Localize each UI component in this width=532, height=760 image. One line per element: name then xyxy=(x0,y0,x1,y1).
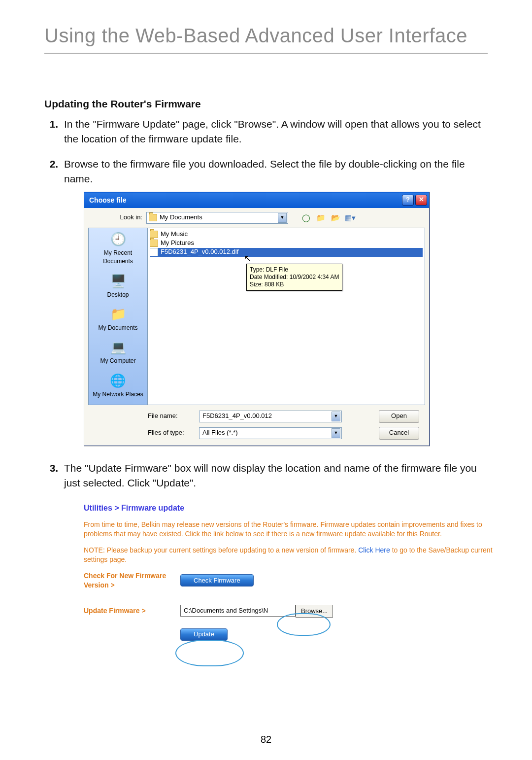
list-item[interactable]: My Pictures xyxy=(150,239,423,248)
chevron-down-icon[interactable]: ▼ xyxy=(332,428,340,438)
click-here-link[interactable]: Click Here xyxy=(358,546,390,554)
cancel-button[interactable]: Cancel xyxy=(379,427,419,440)
folder-icon xyxy=(150,231,158,238)
breadcrumb: Utilities > Firmware update xyxy=(84,503,493,514)
look-in-value: My Documents xyxy=(160,213,202,222)
dialog-title: Choose file xyxy=(89,195,126,205)
cursor-icon: ↖ xyxy=(244,252,251,265)
file-name: My Pictures xyxy=(161,239,194,248)
check-firmware-label: Check For New Firmware Version > xyxy=(84,571,172,590)
places-sidebar: 🕘 My Recent Documents 🖥️ Desktop 📁 My Do… xyxy=(88,228,147,405)
mycomp-icon: 💻 xyxy=(108,339,128,356)
mydocs-icon: 📁 xyxy=(108,306,128,323)
desktop-icon: 🖥️ xyxy=(108,273,128,290)
section-heading: Updating the Router's Firmware xyxy=(44,98,488,110)
note-prefix: NOTE: Please backup your current setting… xyxy=(84,546,358,554)
look-in-label: Look in: xyxy=(88,213,142,222)
up-icon[interactable]: 📁 xyxy=(316,213,326,223)
list-item-selected[interactable]: F5D6231_4P_v0.00.012.dlf xyxy=(150,248,423,257)
note-text: NOTE: Please backup your current setting… xyxy=(84,546,493,564)
recent-icon: 🕘 xyxy=(108,231,128,248)
sidebar-item-mynet[interactable]: 🌐 My Network Places xyxy=(93,373,143,399)
tooltip-line: Date Modified: 10/9/2002 4:34 AM xyxy=(250,274,339,281)
file-type-dropdown[interactable]: All Files (*.*) ▼ xyxy=(199,427,342,439)
file-name-value: F5D6231_4P_v0.00.012 xyxy=(202,412,272,421)
chevron-down-icon[interactable]: ▼ xyxy=(278,213,287,223)
file-name: My Music xyxy=(161,230,188,239)
step-3: The "Update Firmware" box will now displ… xyxy=(61,461,488,641)
folder-icon xyxy=(150,240,158,247)
choose-file-dialog: Choose file ? ✕ Look in: My Documents xyxy=(84,192,430,446)
back-icon[interactable]: ◯ xyxy=(301,213,311,223)
check-firmware-button[interactable]: Check Firmware xyxy=(180,574,254,587)
tooltip-line: Size: 808 KB xyxy=(250,281,339,288)
highlight-circle-update xyxy=(175,640,244,666)
page-title: Using the Web-Based Advanced User Interf… xyxy=(44,25,488,54)
help-button[interactable]: ? xyxy=(402,195,414,206)
sidebar-item-recent[interactable]: 🕘 My Recent Documents xyxy=(90,231,146,266)
sidebar-item-mycomp[interactable]: 💻 My Computer xyxy=(100,339,135,365)
file-name-label: File name: xyxy=(145,412,199,421)
file-name-input[interactable]: F5D6231_4P_v0.00.012 ▼ xyxy=(199,411,342,422)
chevron-down-icon[interactable]: ▼ xyxy=(332,412,340,421)
sidebar-item-mydocs[interactable]: 📁 My Documents xyxy=(98,306,137,332)
file-tooltip: Type: DLF File Date Modified: 10/9/2002 … xyxy=(246,264,342,291)
step-1: In the "Firmware Update" page, click "Br… xyxy=(61,117,488,147)
page-number: 82 xyxy=(0,734,532,745)
browse-button[interactable]: Browse... xyxy=(296,605,333,618)
update-firmware-label: Update Firmware > xyxy=(84,606,172,616)
list-item[interactable]: My Music xyxy=(150,230,423,239)
intro-text: From time to time, Belkin may release ne… xyxy=(84,520,493,539)
file-list[interactable]: My Music My Pictures F5D6231_4P_v0.00.01… xyxy=(147,228,425,405)
close-button[interactable]: ✕ xyxy=(415,195,427,206)
mynet-icon: 🌐 xyxy=(108,373,128,389)
sidebar-label-mydocs: My Documents xyxy=(98,324,137,332)
sidebar-label-recent: My Recent Documents xyxy=(90,249,146,266)
look-in-dropdown[interactable]: My Documents ▼ xyxy=(146,212,288,224)
sidebar-label-desktop: Desktop xyxy=(107,291,129,299)
sidebar-label-mycomp: My Computer xyxy=(100,357,135,365)
firmware-update-panel: Utilities > Firmware update From time to… xyxy=(84,503,493,641)
tooltip-line: Type: DLF File xyxy=(250,266,339,274)
step-3-text: The "Update Firmware" box will now displ… xyxy=(64,462,477,488)
sidebar-label-mynet: My Network Places xyxy=(93,390,143,399)
file-icon xyxy=(150,248,158,256)
open-button[interactable]: Open xyxy=(379,410,419,423)
dialog-toolbar: ◯ 📁 📂 ▦▾ xyxy=(301,213,355,223)
new-folder-icon[interactable]: 📂 xyxy=(331,213,340,223)
views-icon[interactable]: ▦▾ xyxy=(345,213,355,223)
file-name: F5D6231_4P_v0.00.012.dlf xyxy=(161,247,238,257)
file-type-label: Files of type: xyxy=(145,428,199,438)
update-button[interactable]: Update xyxy=(180,628,228,641)
file-type-value: All Files (*.*) xyxy=(202,428,238,438)
firmware-path-input[interactable]: C:\Documents and Settings\N xyxy=(180,605,296,617)
step-2-text: Browse to the firmware file you download… xyxy=(64,158,465,184)
step-2: Browse to the firmware file you download… xyxy=(61,157,488,446)
sidebar-item-desktop[interactable]: 🖥️ Desktop xyxy=(107,273,129,299)
dialog-titlebar: Choose file ? ✕ xyxy=(84,192,429,208)
folder-icon xyxy=(149,214,157,221)
